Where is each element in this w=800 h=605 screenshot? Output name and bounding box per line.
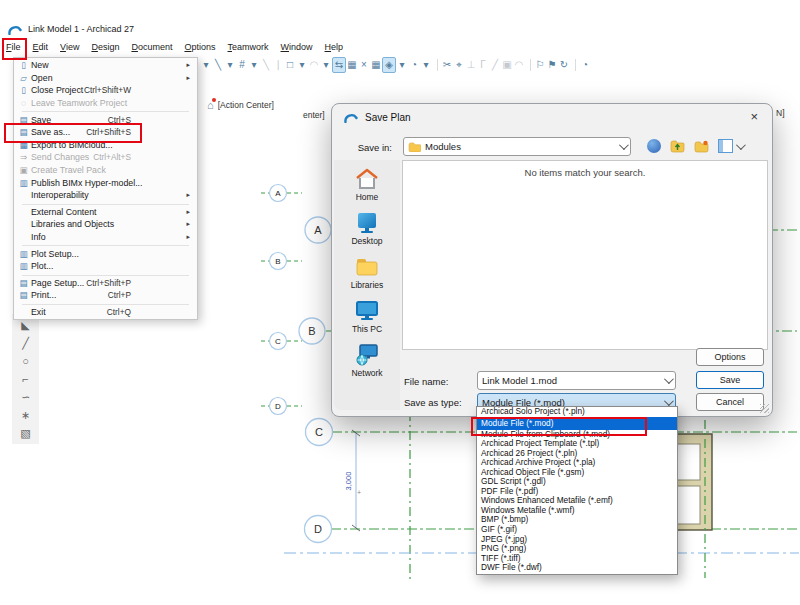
cutaway-icon[interactable]: ◈ — [382, 57, 396, 73]
line-tool-icon[interactable]: ╱ — [18, 336, 34, 350]
guide-segment-icon[interactable]: ❘ — [272, 58, 284, 72]
file-menu-item[interactable]: ▯ Close Project Ctrl+Shift+W — [14, 84, 197, 97]
flag-filled-icon[interactable]: ⚑ — [546, 58, 558, 72]
hotspot-tool-icon[interactable]: ∗ — [18, 408, 34, 422]
tab-action-center[interactable]: ⌂ [Action Center] — [207, 97, 274, 113]
file-menu-item[interactable]: Libraries and Objects ▸ — [14, 218, 197, 231]
menu-item-label: Create Travel Pack — [31, 165, 106, 175]
suspend-groups-icon[interactable]: ⇆ — [332, 57, 346, 73]
file-menu-item[interactable]: Info ▸ — [14, 231, 197, 244]
dropdown-caret-icon[interactable]: ▾ — [200, 58, 212, 72]
file-menu-item[interactable]: ▥ Plot Setup... — [14, 247, 197, 260]
sidebar-item-home[interactable]: Home — [354, 167, 380, 202]
tab-fragment-left[interactable]: enter] — [303, 110, 325, 120]
dropdown-caret-icon[interactable]: ▾ — [224, 58, 236, 72]
scissors-icon[interactable]: ✂ — [441, 58, 453, 72]
create-new-folder-icon[interactable] — [694, 140, 709, 153]
save-button[interactable]: Save — [696, 371, 764, 389]
menubar-item[interactable]: Document — [125, 39, 178, 57]
pen-set-icon[interactable]: ╲ — [212, 58, 224, 72]
dropdown-caret-icon[interactable]: ▾ — [296, 58, 308, 72]
polyline-tool-icon[interactable]: ⌐ — [18, 372, 34, 386]
file-list-area[interactable]: No items match your search. — [402, 160, 768, 350]
edit-elements-icon[interactable]: ▦ — [346, 58, 358, 72]
file-menu-item[interactable]: ▱ Open ▸ — [14, 72, 197, 85]
guide-line-icon[interactable]: ╲ — [260, 58, 272, 72]
file-menu-item[interactable]: ▤ Page Setup... Ctrl+Shift+P — [14, 277, 197, 290]
archicad-logo-icon — [344, 111, 358, 123]
spline-tool-icon[interactable]: ∽ — [18, 390, 34, 404]
figure-tool-icon[interactable]: ▧ — [18, 426, 34, 440]
print-icon: ▤ — [16, 290, 31, 300]
file-menu-item[interactable]: ▯ New ▸ — [14, 59, 197, 72]
dialog-close-button[interactable]: × — [750, 109, 758, 124]
save-in-combobox[interactable]: Modules — [403, 137, 631, 156]
dimension-line: 3,000 + — [344, 430, 361, 531]
up-one-level-icon[interactable] — [670, 140, 685, 153]
file-menu-item[interactable]: ⇒ Send Changes Ctrl+Alt+S — [14, 151, 197, 164]
resize-icon[interactable]: ▣ — [501, 58, 513, 72]
file-type-option[interactable]: Archicad Solo Project (*.pln) — [477, 407, 677, 417]
menu-item-label: Info — [31, 232, 46, 242]
sidebar-item-libraries[interactable]: Libraries — [351, 255, 384, 290]
sidebar-label: Home — [356, 192, 379, 202]
menu-item-label: Plot Setup... — [31, 249, 79, 259]
file-menu-item[interactable]: External Content ▸ — [14, 206, 197, 219]
cloud-status-icon[interactable]: ◔ — [579, 58, 591, 72]
chevron-down-icon — [619, 140, 629, 150]
rebuild-icon[interactable]: ↻ — [558, 58, 570, 72]
trim-icon[interactable]: ⊥ — [465, 58, 477, 72]
virtual-trace-icon[interactable]: ▦ — [370, 58, 382, 72]
dropdown-caret-icon[interactable]: ▾ — [420, 58, 432, 72]
file-name-combobox[interactable]: Link Model 1.mod — [477, 371, 676, 390]
menubar-item[interactable]: View — [54, 39, 85, 57]
marquee-icon[interactable]: □ — [284, 58, 296, 72]
pick-up-parameters-icon[interactable]: ⌖ — [453, 58, 465, 72]
sidebar-item-desktop[interactable]: Desktop — [351, 211, 382, 246]
menu-item-shortcut: Ctrl+Shift+W — [84, 85, 131, 95]
dropdown-caret-icon[interactable]: ▾ — [320, 58, 332, 72]
menubar-item[interactable]: Window — [275, 39, 319, 57]
file-menu-item[interactable]: ▤ Print... Ctrl+P — [14, 289, 197, 302]
save-plan-dialog: Save Plan × Save in: Modules H — [331, 103, 773, 417]
explode-icon[interactable]: × — [358, 58, 370, 72]
cancel-button[interactable]: Cancel — [696, 393, 764, 411]
flag-icon[interactable]: ⚐ — [534, 58, 546, 72]
orientation-icon[interactable]: ◔ — [408, 58, 420, 72]
menubar-item[interactable]: Help — [319, 39, 350, 57]
grid-snap-icon[interactable]: # — [236, 58, 248, 72]
menubar-item[interactable]: Teamwork — [222, 39, 275, 57]
file-menu-item[interactable]: ▥ Plot... — [14, 260, 197, 273]
svg-text:B: B — [308, 325, 315, 337]
file-menu-item[interactable]: ◌ Leave Teamwork Project — [14, 97, 197, 110]
circle-tool-icon[interactable]: ○ — [18, 354, 34, 368]
view-menu-icon — [718, 139, 733, 153]
resize-grip[interactable] — [760, 404, 769, 413]
toolbar-icon[interactable] — [433, 59, 438, 71]
save-as-type-label: Save as type: — [404, 397, 462, 408]
file-type-option[interactable]: DWF File (*.dwf) — [477, 563, 677, 573]
annotation-box-save-as — [4, 123, 142, 143]
fillet-icon[interactable]: Γ — [477, 58, 489, 72]
options-button[interactable]: Options — [696, 348, 764, 366]
split-icon[interactable]: ╱ — [489, 58, 501, 72]
file-menu-item[interactable]: Interoperability ▸ — [14, 189, 197, 202]
menubar-item[interactable]: Design — [85, 39, 125, 57]
tab-fragment-right[interactable]: N] — [776, 108, 785, 118]
back-to-last-folder-icon[interactable] — [647, 139, 661, 153]
menubar-item[interactable]: Edit — [27, 39, 55, 57]
toolbar-icon[interactable] — [526, 59, 531, 71]
dropdown-caret-icon[interactable]: ▾ — [248, 58, 260, 72]
roof-icon[interactable]: ◠ — [513, 58, 525, 72]
view-menu-button[interactable] — [718, 139, 743, 153]
file-menu-item[interactable]: ▥ Publish BIMx Hyper-model... — [14, 176, 197, 189]
file-menu-item[interactable]: Exit Ctrl+Q — [14, 306, 197, 319]
annotation-box-module-file — [471, 417, 647, 436]
file-menu-item[interactable]: ▣ Create Travel Pack — [14, 164, 197, 177]
sidebar-item-network[interactable]: Network — [351, 343, 382, 378]
sidebar-item-this-pc[interactable]: This PC — [352, 299, 382, 334]
dropdown-caret-icon[interactable]: ▾ — [396, 58, 408, 72]
toolbar-icon[interactable] — [571, 59, 576, 71]
menubar-item[interactable]: Options — [178, 39, 221, 57]
lock-icon[interactable]: ◠ — [308, 58, 320, 72]
